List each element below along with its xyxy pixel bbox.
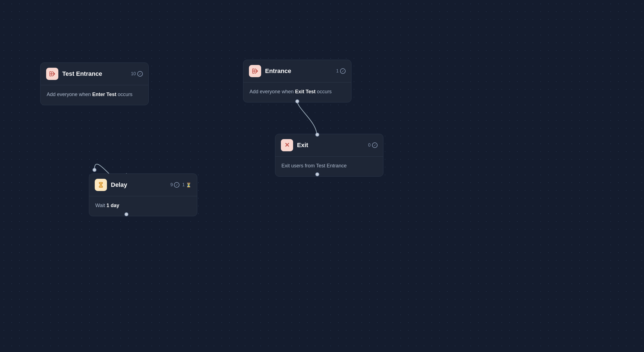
exit-top-dot <box>315 133 319 137</box>
entrance-check-icon: ✓ <box>340 68 346 74</box>
entrance-body-bold: Exit Test <box>295 89 316 94</box>
delay-waiting: 1 <box>182 182 185 187</box>
entrance-body-prefix: Add everyone when <box>249 89 295 94</box>
test-entrance-check-icon: ✓ <box>137 71 143 77</box>
test-entrance-header: Test Entrance 10 ✓ <box>41 63 148 85</box>
entrance-header: Entrance 1 ✓ <box>243 60 351 82</box>
delay-hourglass-icon: ⏳ <box>186 182 191 188</box>
delay-check-icon: ✓ <box>174 182 179 188</box>
delay-node: Delay 9 ✓ 1 ⏳ Wait 1 day <box>89 174 197 216</box>
test-entrance-title: Test Entrance <box>62 70 127 77</box>
entrance-icon <box>249 65 261 77</box>
delay-badges: 9 ✓ 1 ⏳ <box>170 182 191 188</box>
delay-body-bold: 1 day <box>106 203 119 208</box>
exit-node: ✕ Exit 0 ✓ Exit users from Test Entrance <box>275 134 383 177</box>
delay-count: 9 <box>170 182 173 187</box>
entrance-title: Entrance <box>265 67 332 75</box>
exit-title: Exit <box>297 142 364 149</box>
delay-bottom-dot <box>124 212 128 216</box>
entrance-body-suffix: occurs <box>316 89 332 94</box>
delay-body-prefix: Wait <box>95 203 106 208</box>
delay-badge-wait: 1 ⏳ <box>182 182 191 188</box>
entrance-node: Entrance 1 ✓ Add everyone when Exit Test… <box>243 60 351 102</box>
exit-badge: 0 ✓ <box>368 142 378 148</box>
delay-badge-check: 9 ✓ <box>170 182 179 188</box>
test-entrance-body: Add everyone when Enter Test occurs <box>41 85 148 105</box>
exit-x-symbol: ✕ <box>284 142 289 148</box>
delay-title: Delay <box>111 181 166 188</box>
exit-body: Exit users from Test Entrance <box>275 157 383 176</box>
entrance-badge: 1 ✓ <box>336 68 346 74</box>
test-entrance-icon <box>46 68 58 80</box>
delay-body: Wait 1 day <box>89 196 197 216</box>
entrance-bottom-dot <box>295 99 299 103</box>
test-entrance-body-suffix: occurs <box>116 92 133 97</box>
delay-icon <box>95 179 107 191</box>
svg-rect-1 <box>99 182 103 183</box>
svg-rect-2 <box>99 186 103 187</box>
exit-icon: ✕ <box>281 139 293 151</box>
test-entrance-body-prefix: Add everyone when <box>47 92 92 97</box>
test-entrance-body-bold: Enter Test <box>92 92 116 97</box>
test-entrance-bottom-dot <box>93 168 96 172</box>
test-entrance-badge: 10 ✓ <box>131 71 143 77</box>
test-entrance-count: 10 <box>131 71 136 76</box>
test-entrance-node: Test Entrance 10 ✓ Add everyone when Ent… <box>40 62 149 105</box>
exit-check-icon: ✓ <box>372 142 378 148</box>
delay-header: Delay 9 ✓ 1 ⏳ <box>89 174 197 196</box>
exit-header: ✕ Exit 0 ✓ <box>275 134 383 157</box>
exit-body-text: Exit users from Test Entrance <box>281 163 347 169</box>
entrance-count: 1 <box>336 69 339 74</box>
exit-bottom-dot <box>315 172 319 176</box>
exit-count: 0 <box>368 143 371 148</box>
